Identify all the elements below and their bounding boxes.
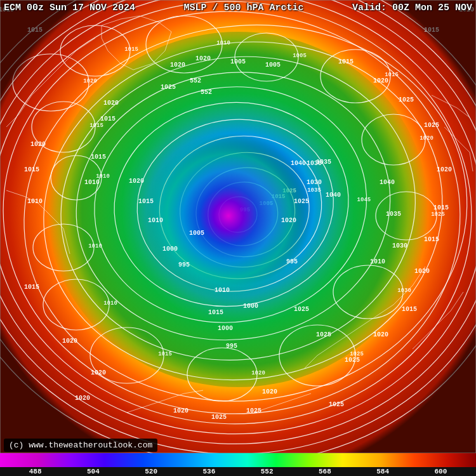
colorbar-value: 584 — [376, 468, 389, 475]
colorbar-value: 568 — [319, 468, 331, 475]
colorbar-container: 488504520536552568584600 — [0, 453, 476, 476]
colorbar-labels: 488504520536552568584600 — [0, 467, 476, 476]
colorbar-value: 600 — [434, 468, 447, 475]
colorbar-value: 504 — [87, 468, 100, 475]
colorbar-value: 552 — [261, 468, 274, 475]
colorbar-value: 520 — [145, 468, 157, 475]
map-container: ECM 00z Sun 17 NOV 2024 MSLP / 500 hPA A… — [0, 0, 476, 476]
colorbar-gradient — [0, 453, 476, 467]
weather-map — [0, 0, 476, 476]
colorbar-value: 488 — [29, 468, 42, 475]
colorbar-value: 536 — [202, 468, 215, 475]
